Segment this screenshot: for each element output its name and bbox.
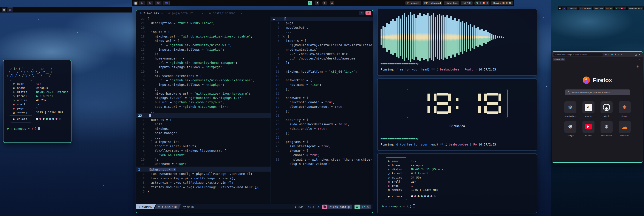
speed-dial-claude[interactable]: ✱claude	[618, 101, 631, 117]
system-tray[interactable]: ⇅ᛒ▯	[615, 7, 626, 10]
extension-icon[interactable]: ▣	[611, 54, 613, 56]
speed-dial-search-nixos[interactable]: ❄search.nixos	[564, 101, 576, 117]
status-pill[interactable]: P: Balanced	[567, 7, 578, 10]
clock-pill[interactable]: Thu Aug 08, 18:18	[628, 7, 643, 10]
minimize-button[interactable]: –	[632, 54, 633, 56]
speed-dial-tile[interactable]: ❋	[600, 121, 612, 133]
split-pkgs-default[interactable]: 1{pkgs, ...}: {1 tux-awesome-wm-config =…	[136, 167, 270, 193]
line-number: 26	[271, 135, 282, 140]
buffer-tab[interactable]: ❄flake.nix✕	[140, 12, 163, 15]
fetch-value: canopus	[411, 163, 445, 167]
tray-icon[interactable]: ⇅	[616, 8, 617, 9]
split-hosts-iso[interactable]: 1{1 pkgs,2 modulesPath,3 ...4}: {5 impor…	[271, 17, 373, 166]
clock-window[interactable]: 08/08/24 =====================> Playing:…	[377, 79, 537, 151]
code-text: pkgs,	[282, 21, 295, 25]
code-line: 12 url = "github:nix-community/home-mana…	[136, 61, 270, 65]
tag-button[interactable]: $W	[562, 7, 566, 10]
speed-dial-tile[interactable]	[600, 101, 612, 113]
tray-icon[interactable]: ᛒ	[480, 2, 481, 4]
workspace-button[interactable]: 3	[322, 1, 327, 5]
nix-snowflake-icon: ❄	[209, 12, 211, 15]
speed-dial-amazon[interactable]: aamazon	[582, 101, 594, 117]
speed-dial-github[interactable]: github	[600, 101, 612, 117]
line-number: 15	[271, 87, 282, 91]
fetch-value: 4h 23m	[36, 98, 70, 102]
speed-dial-tile[interactable]: ☁	[618, 121, 631, 133]
maximize-button[interactable]: ▢	[635, 54, 637, 56]
tag-button[interactable]: $W	[7, 7, 13, 12]
tab-new-tab[interactable]: New Tab	[553, 58, 565, 61]
speed-dial-tile[interactable]: ❄	[564, 101, 576, 113]
code-line: 18 bluetooth.enable = true;	[271, 100, 373, 104]
split-flake-nix[interactable]: 22{21 description = "tux's NixOS Flake";…	[136, 17, 270, 166]
clock-digit	[484, 93, 501, 114]
speed-dial-tile[interactable]: a	[582, 101, 594, 113]
status-pill[interactable]: GPU: Integrated	[578, 7, 592, 10]
status-pill[interactable]: Bat: 100	[461, 1, 473, 5]
speed-dial-tile[interactable]: ✱	[618, 101, 631, 113]
tray-icon[interactable]: ▯	[624, 8, 625, 9]
status-pill[interactable]: Home: 8ms	[444, 1, 459, 5]
palette-dot	[46, 118, 48, 120]
clock-pill[interactable]: Thu Aug 08, 18:18	[491, 1, 513, 5]
status-pill[interactable]: GPU: Integrated	[423, 1, 442, 5]
firefox-window[interactable]: Search with Google or enter address ◆◗▣✱…	[552, 51, 643, 163]
new-tab-button[interactable]: +	[566, 58, 568, 60]
cava-bar	[410, 12, 411, 62]
app-launcher-button[interactable]: ▦	[558, 7, 561, 10]
url-bar[interactable]: Search with Google or enter address	[554, 53, 603, 57]
tray-icon[interactable]: ⇅	[476, 2, 478, 4]
buffer-tab[interactable]: ❄pkgs/default ...✕	[168, 12, 204, 15]
status-pill[interactable]: Bat: 100	[605, 7, 613, 10]
tab-close-icon[interactable]: ✕	[202, 12, 204, 15]
speed-dial-chatgpt[interactable]: ❋chatgpt	[564, 121, 576, 137]
system-tray[interactable]: ⇅ᛒ▯	[474, 1, 490, 5]
app-launcher-button[interactable]: ▦	[134, 1, 138, 5]
cava-visualizer-window[interactable]: =====================> Playing: ffee for…	[377, 9, 537, 76]
tag-button[interactable]: $W	[147, 1, 153, 6]
buffer-tab[interactable]: ❄hosts/isoImag..✕	[209, 12, 242, 15]
status-pill[interactable]: P: Balanced	[405, 1, 421, 5]
extension-icon[interactable]: ✱	[614, 54, 616, 56]
playing-part: ♫	[436, 68, 440, 71]
line-number: 7	[271, 52, 282, 56]
code-text: url = "github:nix-community/nix-vscode-e…	[147, 78, 254, 82]
eye-toggle-button[interactable]: ⊙	[359, 11, 364, 15]
speed-dial-cloudflare[interactable]: ☁cloudflare	[618, 121, 631, 137]
tag-button[interactable]: $W	[155, 1, 162, 6]
workspace-button[interactable]: 1	[308, 1, 312, 5]
home-icon[interactable]: ⌂	[618, 54, 620, 56]
tag-button[interactable]: $W	[163, 1, 170, 6]
newtab-settings-gear-icon[interactable]: ⚙	[636, 65, 639, 68]
tray-icon[interactable]: ᛒ	[619, 8, 620, 9]
shell-prompt[interactable]: ☻ → canopus ~ )))	[6, 127, 68, 130]
speed-dial-youtube[interactable]: youtube	[582, 121, 594, 137]
fetch-label: memory	[392, 188, 402, 191]
extension-icon[interactable]: ◆	[605, 54, 607, 56]
speed-dial-chat-openai[interactable]: ❋chat.openai	[600, 121, 612, 137]
close-buffer-button[interactable]: ✕	[366, 11, 371, 15]
newtab-search-input[interactable]: Search with Google or enter address	[565, 89, 630, 95]
workspace-button[interactable]: 2	[315, 1, 320, 5]
speed-dial-tile[interactable]: ❋	[564, 121, 576, 133]
tag-button[interactable]: $W	[138, 1, 145, 6]
tab-close-icon[interactable]: ✕	[161, 12, 163, 15]
hname-icon: ≡	[12, 86, 15, 89]
firefox-wordmark: Firefox	[592, 77, 612, 84]
neovim-editor-window[interactable]: ❄flake.nix✕❄pkgs/default ...✕❄hosts/isoI…	[136, 10, 373, 213]
tray-icon[interactable]: ▯	[486, 2, 488, 4]
terminal-fetch-window[interactable]: _ ___ ____ _____ / |/ (_)_ __ / __ \/ __…	[3, 60, 72, 143]
close-button[interactable]: ✕	[639, 54, 640, 56]
shell-prompt[interactable]: ☻ → canopus ~ )))	[382, 204, 533, 208]
extension-icon[interactable]: ◗	[608, 54, 610, 56]
status-pill[interactable]: Home: 6ms	[594, 7, 604, 10]
workspace-button[interactable]: 4	[330, 1, 334, 5]
terminal-fetch-window-2[interactable]: ☻user≡hname❄distro▢kernel◔uptime▣shell◉p…	[377, 153, 537, 213]
tab-list-chevron-icon[interactable]: ∨	[639, 58, 642, 60]
speed-dial-tile[interactable]	[582, 121, 594, 133]
app-launcher-button[interactable]: ▦	[2, 8, 6, 12]
code-text: firefox-mod-blur = pkgs.callPackage ./fi…	[147, 185, 260, 189]
horizontal-split-divider[interactable]	[136, 166, 270, 166]
menu-icon[interactable]: ≡	[621, 54, 622, 56]
tab-close-icon[interactable]: ✕	[241, 12, 242, 15]
